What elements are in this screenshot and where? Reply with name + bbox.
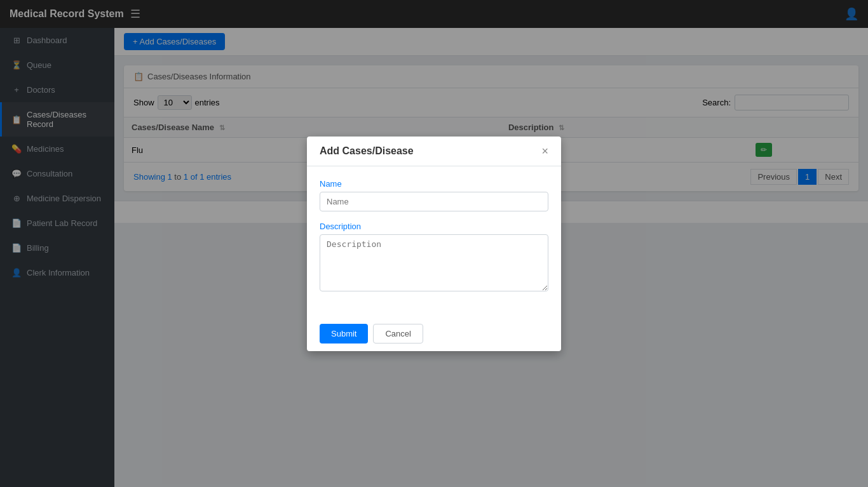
modal-overlay: Add Cases/Disease × Name Description Sub…: [0, 0, 868, 487]
modal-header: Add Cases/Disease ×: [307, 137, 561, 166]
modal-title: Add Cases/Disease: [320, 145, 414, 157]
name-input[interactable]: [320, 192, 548, 211]
modal-close-button[interactable]: ×: [541, 145, 548, 157]
modal-footer: Submit Cancel: [307, 316, 561, 351]
modal: Add Cases/Disease × Name Description Sub…: [307, 137, 561, 351]
submit-button[interactable]: Submit: [320, 324, 368, 344]
name-label: Name: [320, 179, 548, 189]
description-label: Description: [320, 222, 548, 231]
modal-body: Name Description: [307, 166, 561, 316]
description-form-group: Description: [320, 222, 548, 293]
description-input[interactable]: [320, 234, 548, 291]
name-form-group: Name: [320, 179, 548, 211]
cancel-button[interactable]: Cancel: [373, 324, 423, 344]
